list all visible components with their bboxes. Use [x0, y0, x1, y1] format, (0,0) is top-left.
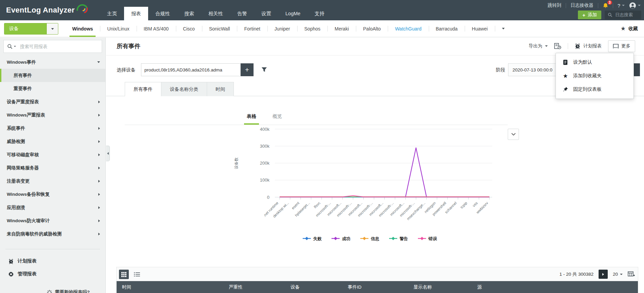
- device-dropdown-caret[interactable]: [46, 23, 58, 34]
- column-header-severity[interactable]: 严重性: [223, 284, 285, 290]
- advanced-filter-button[interactable]: [261, 67, 267, 74]
- nav-item-correlation[interactable]: 相关性: [201, 7, 230, 20]
- add-button[interactable]: + 添加: [578, 11, 601, 19]
- sidebar-group-windows-critical-reports[interactable]: Windows严重报表: [0, 108, 105, 122]
- help-menu-button[interactable]: ?: [618, 3, 625, 8]
- device-tab-fortinet[interactable]: Fortinet: [237, 20, 267, 37]
- column-header-device[interactable]: 设备: [285, 284, 342, 290]
- menu-item-pin-to-dashboard[interactable]: 固定到仪表板: [556, 83, 633, 96]
- report-tab-all-events[interactable]: 所有事件: [125, 82, 161, 96]
- sidebar-collapse-handle[interactable]: [106, 146, 110, 161]
- sidebar-group-windows-firewall-audit[interactable]: Windows防火墙审计: [0, 214, 105, 227]
- nav-item-search[interactable]: 搜索: [177, 7, 201, 20]
- sidebar-group-windows-events[interactable]: Windows事件: [0, 56, 105, 69]
- chevron-right-icon: [98, 180, 100, 183]
- device-tabs-overflow-button[interactable]: [495, 20, 512, 37]
- sidebar-item-all-events[interactable]: 所有事件: [0, 69, 105, 82]
- report-history-button[interactable]: [554, 43, 561, 49]
- column-settings-button[interactable]: [628, 271, 635, 277]
- sidebar-group-threat-detection[interactable]: 威胁检测: [0, 135, 105, 148]
- svg-text:esent: esent: [291, 201, 300, 210]
- export-dropdown[interactable]: 导出为: [529, 43, 548, 49]
- device-tab-huawei[interactable]: Huawei: [465, 20, 495, 37]
- device-tab-juniper[interactable]: Juniper: [267, 20, 297, 37]
- chart-card: 表格 概览 0100k200k300k400k.net runtimedeskt…: [106, 96, 644, 267]
- list-view-button[interactable]: [132, 270, 142, 279]
- device-filter-input[interactable]: [141, 63, 241, 76]
- page-size-select[interactable]: 20: [613, 272, 623, 277]
- column-header-display-name[interactable]: 显示名称: [408, 284, 472, 290]
- device-tab-paloalto[interactable]: PaloAlto: [356, 20, 388, 37]
- svg-text:200k: 200k: [260, 161, 270, 166]
- notification-badge: 3: [607, 0, 612, 5]
- next-page-button[interactable]: [599, 270, 608, 279]
- nav-item-compliance[interactable]: 合规性: [148, 7, 177, 20]
- eventlog-analyzer-app: EventLog Analyzer 主页 报表 合规性 搜索 相关性 告警 设置…: [0, 0, 644, 293]
- sidebar-item-important-events[interactable]: 重要事件: [0, 82, 105, 95]
- chart-tab-table[interactable]: 表格: [247, 112, 256, 125]
- schedule-report-button[interactable]: 计划报表: [575, 43, 602, 49]
- chevron-down-icon: [502, 28, 505, 29]
- main-navigation: 主页 报表 合规性 搜索 相关性 告警 设置 LogMe 支持: [100, 7, 331, 20]
- pushpin-icon: [562, 87, 568, 92]
- nav-item-settings[interactable]: 设置: [254, 7, 278, 20]
- device-tab-sonicwall[interactable]: SonicWall: [202, 20, 237, 37]
- sidebar-group-device-severity-reports[interactable]: 设备严重度报表: [0, 95, 105, 108]
- column-header-time[interactable]: 时间: [117, 284, 223, 290]
- menu-item-add-to-favorites[interactable]: ★ 添加到收藏夹: [556, 69, 633, 83]
- device-tab-cisco[interactable]: Cisco: [176, 20, 202, 37]
- svg-text:警告: 警告: [399, 236, 408, 241]
- nav-item-logme[interactable]: LogMe: [278, 7, 307, 20]
- chart-tab-overview[interactable]: 概览: [273, 112, 282, 125]
- nav-item-alerts[interactable]: 告警: [230, 7, 254, 20]
- report-tab-time[interactable]: 时间: [207, 82, 234, 96]
- divider: [568, 43, 568, 49]
- report-tab-device-name[interactable]: 设备名称分类: [161, 82, 207, 96]
- svg-text:0: 0: [267, 195, 269, 200]
- chevron-down-icon: [51, 28, 54, 30]
- add-device-button[interactable]: +: [241, 63, 254, 76]
- device-tab-barracuda[interactable]: Barracuda: [429, 20, 465, 37]
- favorites-button[interactable]: ★ 收藏: [621, 20, 638, 37]
- sidebar-group-removable-disk-audit[interactable]: 可移动磁盘审核: [0, 148, 105, 161]
- chevron-down-icon: [97, 61, 100, 63]
- sidebar-group-registry-changes[interactable]: 注册表变更: [0, 174, 105, 188]
- sidebar-manage-reports[interactable]: 管理报表: [0, 268, 105, 280]
- device-tab-windows[interactable]: Windows: [65, 20, 100, 37]
- sidebar-group-system-events[interactable]: 系统事件: [0, 122, 105, 135]
- chevron-right-icon: [98, 114, 100, 117]
- chart-collapse-button[interactable]: [508, 129, 519, 140]
- nav-item-reports[interactable]: 报表: [124, 7, 148, 20]
- sidebar-group-network-policy-server[interactable]: 网络策略服务器: [0, 161, 105, 174]
- user-menu-button[interactable]: [629, 2, 641, 9]
- more-icon: [613, 44, 619, 49]
- app-logo[interactable]: EventLog Analyzer: [6, 2, 89, 18]
- column-header-event-id[interactable]: 事件ID: [342, 284, 408, 290]
- nav-item-home[interactable]: 主页: [100, 7, 124, 20]
- device-dropdown[interactable]: 设备: [4, 23, 58, 35]
- device-tab-unix-linux[interactable]: Unix/Linux: [100, 20, 136, 37]
- log-search-box[interactable]: 日志搜索: [605, 11, 641, 19]
- search-icon: [608, 13, 612, 17]
- menu-item-set-default[interactable]: 设为默认: [556, 56, 633, 69]
- device-tab-meraki[interactable]: Meraki: [327, 20, 356, 37]
- device-tab-sophos[interactable]: Sophos: [297, 20, 327, 37]
- report-search-input[interactable]: [19, 44, 98, 49]
- device-tab-ibm-as400[interactable]: IBM AS/400: [137, 20, 176, 37]
- column-header-source[interactable]: 源: [472, 284, 638, 290]
- plus-icon: +: [582, 12, 585, 18]
- sidebar-group-antivirus-threat-detection[interactable]: 来自防病毒软件的威胁检测: [0, 227, 105, 240]
- chevron-left-icon: [107, 152, 109, 155]
- notifications-button[interactable]: 3: [603, 3, 608, 8]
- svg-text:失败: 失败: [313, 236, 322, 241]
- jump-to-link[interactable]: 跳转到: [548, 2, 562, 8]
- sidebar-group-application-crash[interactable]: 应用崩溃: [0, 201, 105, 214]
- nav-item-support[interactable]: 支持: [307, 7, 331, 20]
- sidebar-scheduled-reports[interactable]: 计划报表: [0, 255, 105, 268]
- more-button[interactable]: 更多: [608, 40, 635, 52]
- sidebar-group-windows-backup-recovery[interactable]: Windows备份和恢复: [0, 188, 105, 201]
- grid-view-button[interactable]: [119, 270, 129, 279]
- log-receiver-link[interactable]: 日志接收器: [570, 2, 593, 8]
- device-tab-watchguard[interactable]: WatchGuard: [388, 20, 428, 37]
- sidebar-new-report-link[interactable]: 需要新的报表吗?: [47, 289, 90, 293]
